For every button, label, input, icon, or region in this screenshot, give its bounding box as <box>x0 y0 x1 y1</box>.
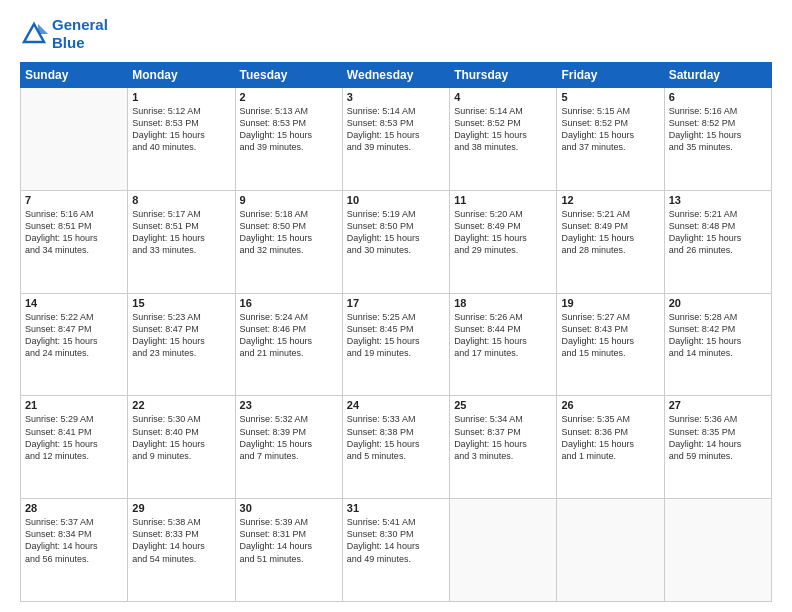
day-number: 29 <box>132 502 230 514</box>
day-number: 31 <box>347 502 445 514</box>
cell-info: Sunrise: 5:33 AM Sunset: 8:38 PM Dayligh… <box>347 413 445 462</box>
cell-info: Sunrise: 5:36 AM Sunset: 8:35 PM Dayligh… <box>669 413 767 462</box>
day-number: 6 <box>669 91 767 103</box>
day-number: 21 <box>25 399 123 411</box>
day-number: 22 <box>132 399 230 411</box>
calendar-cell: 13Sunrise: 5:21 AM Sunset: 8:48 PM Dayli… <box>664 190 771 293</box>
calendar-cell: 1Sunrise: 5:12 AM Sunset: 8:53 PM Daylig… <box>128 88 235 191</box>
weekday-header: Sunday <box>21 63 128 88</box>
day-number: 2 <box>240 91 338 103</box>
calendar-cell: 20Sunrise: 5:28 AM Sunset: 8:42 PM Dayli… <box>664 293 771 396</box>
calendar-cell: 24Sunrise: 5:33 AM Sunset: 8:38 PM Dayli… <box>342 396 449 499</box>
day-number: 14 <box>25 297 123 309</box>
weekday-header: Friday <box>557 63 664 88</box>
day-number: 4 <box>454 91 552 103</box>
calendar-cell: 16Sunrise: 5:24 AM Sunset: 8:46 PM Dayli… <box>235 293 342 396</box>
cell-info: Sunrise: 5:38 AM Sunset: 8:33 PM Dayligh… <box>132 516 230 565</box>
cell-info: Sunrise: 5:20 AM Sunset: 8:49 PM Dayligh… <box>454 208 552 257</box>
day-number: 7 <box>25 194 123 206</box>
logo-line1: General <box>52 16 108 34</box>
cell-info: Sunrise: 5:22 AM Sunset: 8:47 PM Dayligh… <box>25 311 123 360</box>
logo-icon <box>20 20 48 48</box>
cell-info: Sunrise: 5:29 AM Sunset: 8:41 PM Dayligh… <box>25 413 123 462</box>
calendar-cell: 21Sunrise: 5:29 AM Sunset: 8:41 PM Dayli… <box>21 396 128 499</box>
day-number: 28 <box>25 502 123 514</box>
calendar-week-row: 21Sunrise: 5:29 AM Sunset: 8:41 PM Dayli… <box>21 396 772 499</box>
calendar-cell <box>21 88 128 191</box>
weekday-header: Wednesday <box>342 63 449 88</box>
calendar-cell: 4Sunrise: 5:14 AM Sunset: 8:52 PM Daylig… <box>450 88 557 191</box>
calendar-cell: 26Sunrise: 5:35 AM Sunset: 8:36 PM Dayli… <box>557 396 664 499</box>
weekday-header: Thursday <box>450 63 557 88</box>
calendar-cell: 15Sunrise: 5:23 AM Sunset: 8:47 PM Dayli… <box>128 293 235 396</box>
calendar-cell: 28Sunrise: 5:37 AM Sunset: 8:34 PM Dayli… <box>21 499 128 602</box>
cell-info: Sunrise: 5:23 AM Sunset: 8:47 PM Dayligh… <box>132 311 230 360</box>
calendar-cell: 23Sunrise: 5:32 AM Sunset: 8:39 PM Dayli… <box>235 396 342 499</box>
cell-info: Sunrise: 5:15 AM Sunset: 8:52 PM Dayligh… <box>561 105 659 154</box>
calendar-week-row: 1Sunrise: 5:12 AM Sunset: 8:53 PM Daylig… <box>21 88 772 191</box>
calendar-cell: 5Sunrise: 5:15 AM Sunset: 8:52 PM Daylig… <box>557 88 664 191</box>
calendar-cell: 6Sunrise: 5:16 AM Sunset: 8:52 PM Daylig… <box>664 88 771 191</box>
day-number: 1 <box>132 91 230 103</box>
day-number: 3 <box>347 91 445 103</box>
logo: General Blue <box>20 16 108 52</box>
day-number: 23 <box>240 399 338 411</box>
cell-info: Sunrise: 5:16 AM Sunset: 8:52 PM Dayligh… <box>669 105 767 154</box>
calendar-cell: 18Sunrise: 5:26 AM Sunset: 8:44 PM Dayli… <box>450 293 557 396</box>
day-number: 18 <box>454 297 552 309</box>
day-number: 25 <box>454 399 552 411</box>
calendar-week-row: 14Sunrise: 5:22 AM Sunset: 8:47 PM Dayli… <box>21 293 772 396</box>
calendar-cell <box>557 499 664 602</box>
calendar-cell: 19Sunrise: 5:27 AM Sunset: 8:43 PM Dayli… <box>557 293 664 396</box>
calendar-table: SundayMondayTuesdayWednesdayThursdayFrid… <box>20 62 772 602</box>
day-number: 10 <box>347 194 445 206</box>
calendar-cell: 22Sunrise: 5:30 AM Sunset: 8:40 PM Dayli… <box>128 396 235 499</box>
cell-info: Sunrise: 5:14 AM Sunset: 8:53 PM Dayligh… <box>347 105 445 154</box>
header: General Blue <box>20 16 772 52</box>
day-number: 5 <box>561 91 659 103</box>
weekday-header: Monday <box>128 63 235 88</box>
calendar-cell: 10Sunrise: 5:19 AM Sunset: 8:50 PM Dayli… <box>342 190 449 293</box>
day-number: 11 <box>454 194 552 206</box>
day-number: 17 <box>347 297 445 309</box>
cell-info: Sunrise: 5:25 AM Sunset: 8:45 PM Dayligh… <box>347 311 445 360</box>
day-number: 15 <box>132 297 230 309</box>
calendar-header-row: SundayMondayTuesdayWednesdayThursdayFrid… <box>21 63 772 88</box>
calendar-cell: 12Sunrise: 5:21 AM Sunset: 8:49 PM Dayli… <box>557 190 664 293</box>
calendar-cell: 7Sunrise: 5:16 AM Sunset: 8:51 PM Daylig… <box>21 190 128 293</box>
cell-info: Sunrise: 5:28 AM Sunset: 8:42 PM Dayligh… <box>669 311 767 360</box>
cell-info: Sunrise: 5:21 AM Sunset: 8:49 PM Dayligh… <box>561 208 659 257</box>
calendar-cell: 17Sunrise: 5:25 AM Sunset: 8:45 PM Dayli… <box>342 293 449 396</box>
calendar-week-row: 28Sunrise: 5:37 AM Sunset: 8:34 PM Dayli… <box>21 499 772 602</box>
cell-info: Sunrise: 5:18 AM Sunset: 8:50 PM Dayligh… <box>240 208 338 257</box>
day-number: 9 <box>240 194 338 206</box>
calendar-cell: 27Sunrise: 5:36 AM Sunset: 8:35 PM Dayli… <box>664 396 771 499</box>
calendar-cell: 9Sunrise: 5:18 AM Sunset: 8:50 PM Daylig… <box>235 190 342 293</box>
cell-info: Sunrise: 5:41 AM Sunset: 8:30 PM Dayligh… <box>347 516 445 565</box>
cell-info: Sunrise: 5:24 AM Sunset: 8:46 PM Dayligh… <box>240 311 338 360</box>
calendar-cell: 2Sunrise: 5:13 AM Sunset: 8:53 PM Daylig… <box>235 88 342 191</box>
cell-info: Sunrise: 5:32 AM Sunset: 8:39 PM Dayligh… <box>240 413 338 462</box>
cell-info: Sunrise: 5:12 AM Sunset: 8:53 PM Dayligh… <box>132 105 230 154</box>
day-number: 24 <box>347 399 445 411</box>
weekday-header: Tuesday <box>235 63 342 88</box>
logo-line2: Blue <box>52 34 108 52</box>
cell-info: Sunrise: 5:39 AM Sunset: 8:31 PM Dayligh… <box>240 516 338 565</box>
day-number: 27 <box>669 399 767 411</box>
cell-info: Sunrise: 5:26 AM Sunset: 8:44 PM Dayligh… <box>454 311 552 360</box>
cell-info: Sunrise: 5:35 AM Sunset: 8:36 PM Dayligh… <box>561 413 659 462</box>
cell-info: Sunrise: 5:14 AM Sunset: 8:52 PM Dayligh… <box>454 105 552 154</box>
cell-info: Sunrise: 5:16 AM Sunset: 8:51 PM Dayligh… <box>25 208 123 257</box>
cell-info: Sunrise: 5:37 AM Sunset: 8:34 PM Dayligh… <box>25 516 123 565</box>
cell-info: Sunrise: 5:19 AM Sunset: 8:50 PM Dayligh… <box>347 208 445 257</box>
day-number: 13 <box>669 194 767 206</box>
day-number: 19 <box>561 297 659 309</box>
day-number: 30 <box>240 502 338 514</box>
calendar-cell: 25Sunrise: 5:34 AM Sunset: 8:37 PM Dayli… <box>450 396 557 499</box>
calendar-cell: 3Sunrise: 5:14 AM Sunset: 8:53 PM Daylig… <box>342 88 449 191</box>
cell-info: Sunrise: 5:17 AM Sunset: 8:51 PM Dayligh… <box>132 208 230 257</box>
day-number: 16 <box>240 297 338 309</box>
cell-info: Sunrise: 5:34 AM Sunset: 8:37 PM Dayligh… <box>454 413 552 462</box>
cell-info: Sunrise: 5:27 AM Sunset: 8:43 PM Dayligh… <box>561 311 659 360</box>
day-number: 12 <box>561 194 659 206</box>
